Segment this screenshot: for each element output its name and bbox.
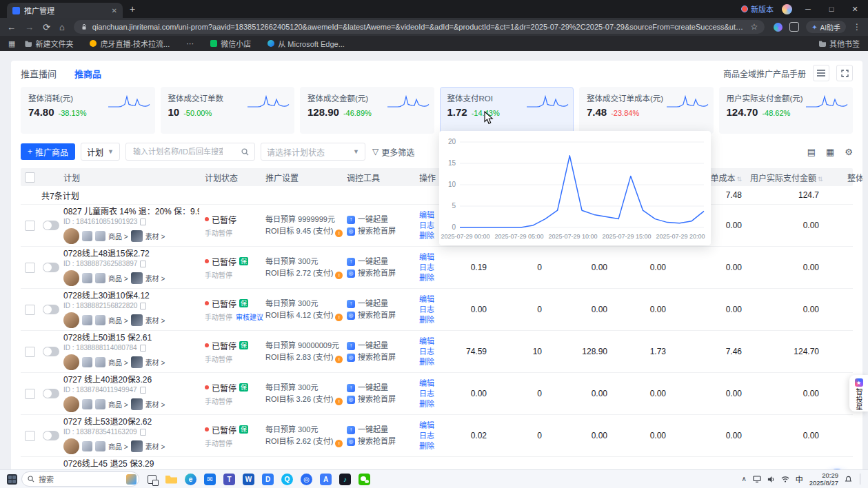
smart-invest-widget[interactable]: ★ 智投星 [849, 375, 868, 411]
copy-icon[interactable] [140, 387, 146, 394]
plan-switch-toggle[interactable] [43, 431, 59, 440]
row-checkbox[interactable] [25, 347, 35, 357]
edit-link[interactable]: 编辑 [419, 336, 445, 346]
task-view-app-icon[interactable] [145, 472, 159, 487]
copy-icon[interactable] [140, 429, 146, 436]
tab-products[interactable]: 推商品 [74, 67, 101, 80]
bookmark-item[interactable]: 微信小店 [210, 38, 251, 49]
copy-icon[interactable] [140, 345, 146, 352]
back-icon[interactable]: ← [7, 23, 16, 32]
refresh-icon[interactable]: ⟳ [43, 23, 50, 32]
tool-item[interactable]: ◎搜索抢首屏 [347, 352, 419, 363]
wechat-app-icon[interactable] [357, 472, 372, 487]
material-link[interactable]: 素材 > [145, 231, 165, 241]
review-suggestion-link[interactable]: 审核建议 [236, 314, 263, 321]
url-bar[interactable]: qianchuan.jinritemai.com/uni-prom?aavid=… [74, 20, 765, 34]
product-link[interactable]: 商品 > [108, 315, 128, 325]
log-link[interactable]: 日志 [419, 263, 445, 272]
column-header[interactable]: 整体支付ROI⇅ [827, 172, 862, 183]
window-close-button[interactable]: ✕ [847, 5, 862, 14]
url-text[interactable]: qianchuan.jinritemai.com/uni-prom?aavid=… [92, 23, 746, 31]
chart-view-icon[interactable]: ▤ [807, 147, 816, 157]
view-toggle-button[interactable] [813, 65, 829, 81]
column-header[interactable]: 用户实际支付金额⇅ [750, 172, 827, 183]
row-checkbox[interactable] [25, 305, 35, 315]
log-link[interactable]: 日志 [419, 305, 445, 314]
tool-item[interactable]: ↑一键起量 [347, 298, 419, 309]
browser-avatar[interactable] [782, 4, 792, 14]
plan-switch-toggle[interactable] [43, 263, 59, 272]
metric-card[interactable]: 整体消耗(元)74.80-38.13% [21, 87, 155, 134]
select-all-checkbox[interactable] [25, 172, 35, 183]
display-icon[interactable] [753, 476, 761, 482]
tool-item[interactable]: ↑一键起量 [347, 214, 419, 225]
home-icon[interactable]: ⌂ [59, 23, 65, 32]
product-link[interactable]: 商品 > [108, 441, 128, 451]
tab-close-icon[interactable]: ✕ [112, 7, 117, 14]
tool-item[interactable]: ◎搜索抢首屏 [347, 436, 419, 447]
copy-icon[interactable] [140, 261, 146, 267]
plan-switch-toggle[interactable] [43, 347, 59, 356]
tool-item[interactable]: ◎搜索抢首屏 [347, 394, 419, 405]
app-store-app-icon[interactable]: A [319, 472, 333, 487]
metric-card[interactable]: 整体成交金额(元)128.90-46.89% [300, 87, 434, 134]
row-checkbox[interactable] [25, 263, 35, 273]
tab-live-room[interactable]: 推直播间 [21, 67, 57, 80]
metric-card[interactable]: 用户实际支付金额(元)124.70-48.62% [719, 87, 854, 134]
delete-link[interactable]: 删除 [419, 315, 445, 325]
search-icon[interactable] [241, 148, 249, 156]
browser-app-icon[interactable]: ◎ [299, 472, 314, 487]
promote-product-button[interactable]: + 推广商品 [21, 143, 75, 160]
delete-link[interactable]: 删除 [419, 273, 445, 283]
more-filters-button[interactable]: ▽ 更多筛选 [372, 146, 414, 158]
log-link[interactable]: 日志 [419, 431, 445, 440]
apps-grid-icon[interactable]: ▦ [8, 39, 15, 48]
bookmark-item[interactable]: 从 Microsoft Edge... [268, 38, 345, 49]
ime-indicator[interactable]: 中 [796, 474, 803, 485]
window-minimize-button[interactable]: ─ [800, 5, 816, 13]
metric-card[interactable]: 整体成交订单成本(元)7.48-23.84% [579, 87, 714, 134]
browser-menu-icon[interactable]: ⋮ [853, 22, 861, 32]
plan-switch-toggle[interactable] [43, 305, 59, 314]
start-button[interactable] [7, 474, 17, 485]
sort-icon[interactable]: ⇅ [736, 176, 742, 183]
column-settings-icon[interactable]: ⚙ [845, 147, 853, 157]
tool-item[interactable]: ↑一键起量 [347, 340, 419, 352]
fullscreen-button[interactable] [836, 65, 853, 81]
tool-item[interactable]: ◎搜索抢首屏 [347, 225, 419, 237]
taskbar-clock[interactable]: 20:29 2025/8/27 [809, 471, 838, 487]
bookmark-item[interactable]: 新建文件夹 [25, 38, 73, 49]
extension-icon[interactable] [774, 23, 783, 32]
material-link[interactable]: 素材 > [145, 399, 165, 409]
plan-search-input[interactable] [132, 147, 224, 156]
site-info-icon[interactable] [81, 23, 88, 30]
delete-link[interactable]: 删除 [419, 357, 445, 367]
forward-icon[interactable]: → [25, 23, 34, 32]
material-link[interactable]: 素材 > [145, 315, 165, 325]
product-link[interactable]: 商品 > [108, 399, 128, 409]
product-link[interactable]: 商品 > [108, 357, 128, 367]
edit-link[interactable]: 编辑 [419, 294, 445, 304]
word-app-icon[interactable]: W [241, 472, 256, 487]
sidebar-icon[interactable] [789, 22, 799, 32]
row-checkbox[interactable] [25, 389, 35, 399]
plan-status-select[interactable]: 请选择计划状态 ▼ [261, 143, 365, 161]
browser-tab[interactable]: 推广管理 ✕ [7, 3, 123, 18]
product-manual-link[interactable]: 商品全域推广产品手册 [723, 68, 806, 79]
mail-app-icon[interactable]: ✉ [203, 472, 217, 487]
copy-icon[interactable] [140, 218, 146, 225]
edit-link[interactable]: 编辑 [419, 378, 445, 388]
tool-item[interactable]: ↑一键起量 [347, 424, 419, 436]
plan-dropdown[interactable]: 计划 ▼ [81, 143, 120, 161]
plan-search[interactable] [125, 143, 255, 161]
edge-app-icon[interactable]: e [183, 472, 198, 487]
tool-item[interactable]: ↑一键起量 [347, 382, 419, 394]
product-link[interactable]: 商品 > [108, 273, 128, 283]
material-link[interactable]: 素材 > [145, 273, 165, 283]
bookmark-item[interactable]: 虎牙直播-技术拉流... [90, 38, 170, 49]
metric-card[interactable]: 整体成交订单数10-50.00% [161, 87, 295, 134]
new-version-button[interactable]: 新版本 [741, 3, 774, 14]
tool-item[interactable]: ◎搜索抢首屏 [347, 309, 419, 321]
teams-app-icon[interactable]: T [222, 472, 236, 487]
file-explorer-app-icon[interactable] [164, 472, 179, 487]
